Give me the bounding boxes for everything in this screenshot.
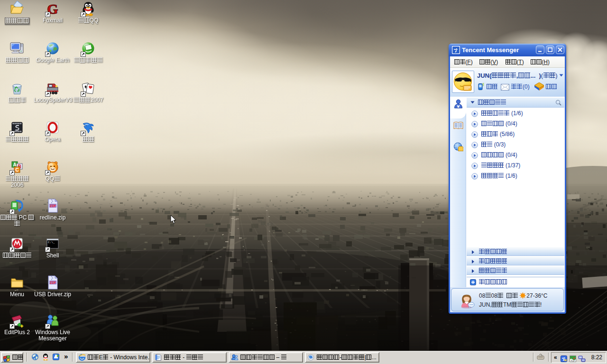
svg-text:C: C — [15, 167, 18, 173]
svg-text:ZIP: ZIP — [50, 281, 56, 285]
svg-text:A: A — [13, 162, 16, 167]
svg-text:PuP: PuP — [571, 360, 575, 362]
svg-text:ZIP: ZIP — [50, 204, 56, 208]
svg-text:C:\_: C:\_ — [48, 241, 55, 244]
